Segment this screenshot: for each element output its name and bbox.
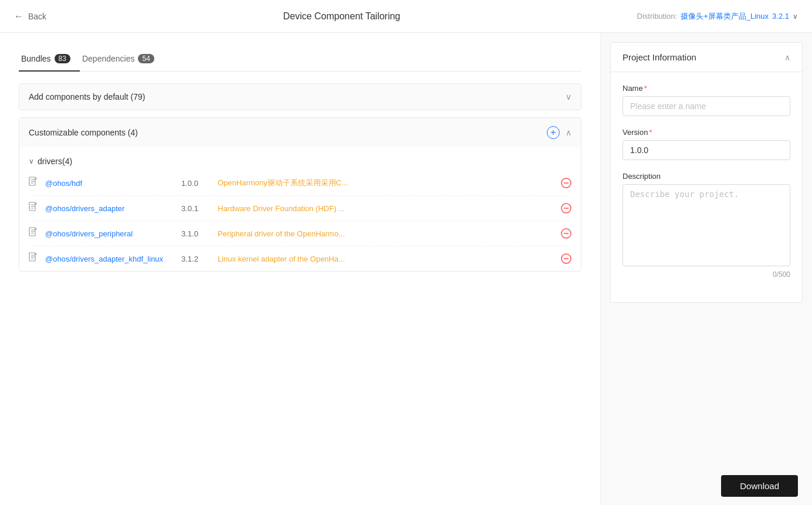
bundle-desc-3: Linux kernel adapter of the OpenHa...: [218, 255, 554, 263]
back-label: Back: [28, 12, 46, 21]
add-components-chevron-icon: ∨: [566, 92, 571, 101]
version-input[interactable]: [622, 140, 790, 160]
back-arrow-icon: ←: [14, 11, 23, 22]
bundle-name-1[interactable]: @ohos/drivers_adapter: [45, 204, 174, 213]
add-components-section: Add components by default (79) ∨: [19, 83, 581, 110]
tab-dependencies-label: Dependencies: [82, 54, 135, 63]
customizable-chevron-icon[interactable]: ∧: [566, 128, 571, 137]
remove-bundle-3-button[interactable]: [561, 253, 571, 264]
table-row: @ohos/drivers_adapter_khdf_linux 3.1.2 L…: [29, 246, 571, 271]
project-info-panel: Project Information ∧ Name * Version *: [610, 42, 803, 303]
page-title: Device Component Tailoring: [283, 11, 400, 22]
collapse-icon[interactable]: ∧: [784, 53, 790, 62]
driver-group-label: drivers(4): [38, 157, 72, 166]
remove-bundle-0-button[interactable]: [561, 178, 571, 188]
description-textarea[interactable]: [622, 184, 790, 266]
table-row: @ohos/hdf 1.0.0 OpenHarmony驱动子系统采用采用C...: [29, 171, 571, 196]
driver-group: ∨ drivers(4) @ohos/hdf 1.0.0 OpenHarmony…: [19, 147, 581, 271]
distribution-selector[interactable]: Distribution: 摄像头+屏幕类产品_Linux 3.2.1 ∨: [637, 11, 798, 22]
table-row: @ohos/drivers_peripheral 3.1.0 Periphera…: [29, 221, 571, 246]
driver-group-header[interactable]: ∨ drivers(4): [29, 152, 571, 171]
bundle-desc-1: Hardware Driver Foundation (HDF) ...: [218, 204, 554, 213]
customizable-actions: + ∧: [547, 126, 571, 139]
name-input[interactable]: [622, 96, 790, 116]
chevron-down-icon: ∨: [793, 12, 798, 21]
remove-icon-0: [561, 178, 571, 188]
name-field: Name *: [622, 84, 790, 116]
description-field: Description 0/500: [622, 172, 790, 279]
tab-bundles-badge: 83: [55, 54, 70, 63]
project-info-body: Name * Version * Description: [611, 72, 802, 302]
remove-bundle-1-button[interactable]: [561, 203, 571, 213]
project-info-title: Project Information: [622, 52, 696, 62]
project-info-header: Project Information ∧: [611, 43, 802, 72]
add-components-header[interactable]: Add components by default (79) ∨: [19, 84, 581, 110]
driver-group-chevron-icon: ∨: [29, 157, 34, 165]
bundle-version-1: 3.0.1: [181, 204, 211, 213]
tab-dependencies[interactable]: Dependencies 54: [80, 47, 164, 72]
file-icon: [29, 227, 38, 240]
file-icon: [29, 177, 38, 189]
tabs-bar: Bundles 83 Dependencies 54: [19, 47, 581, 72]
version-field: Version *: [622, 128, 790, 160]
customizable-header: Customizable components (4) + ∧: [19, 118, 581, 147]
bundle-desc-0: OpenHarmony驱动子系统采用采用C...: [218, 178, 554, 188]
header: ← Back Device Component Tailoring Distri…: [0, 0, 812, 33]
add-component-button[interactable]: +: [547, 126, 560, 139]
remove-icon-2: [561, 228, 571, 239]
bundle-name-0[interactable]: @ohos/hdf: [45, 179, 174, 188]
bundle-version-2: 3.1.0: [181, 229, 211, 238]
description-label: Description: [622, 172, 790, 181]
distribution-version: 3.2.1: [772, 12, 789, 21]
customizable-label: Customizable components (4): [29, 128, 138, 137]
name-label: Name *: [622, 84, 790, 93]
tab-bundles[interactable]: Bundles 83: [19, 47, 80, 72]
remove-icon-3: [561, 253, 571, 264]
tab-dependencies-badge: 54: [138, 54, 154, 63]
remove-bundle-2-button[interactable]: [561, 228, 571, 239]
bundle-desc-2: Peripheral driver of the OpenHarmo...: [218, 229, 554, 238]
file-icon: [29, 202, 38, 215]
tab-bundles-label: Bundles: [21, 54, 51, 63]
distribution-label: Distribution:: [637, 12, 678, 21]
left-panel: Bundles 83 Dependencies 54 Add component…: [0, 33, 601, 505]
bundle-version-3: 3.1.2: [181, 255, 211, 263]
customizable-section: Customizable components (4) + ∧ ∨ driver…: [19, 117, 581, 272]
back-button[interactable]: ← Back: [14, 11, 46, 22]
bundle-version-0: 1.0.0: [181, 179, 211, 188]
file-icon: [29, 252, 38, 265]
add-components-label: Add components by default (79): [29, 92, 145, 101]
version-required-indicator: *: [649, 128, 652, 137]
bundle-name-3[interactable]: @ohos/drivers_adapter_khdf_linux: [45, 255, 174, 263]
name-required-indicator: *: [644, 84, 647, 93]
right-panel: Project Information ∧ Name * Version *: [601, 33, 812, 505]
version-label: Version *: [622, 128, 790, 137]
table-row: @ohos/drivers_adapter 3.0.1 Hardware Dri…: [29, 196, 571, 221]
distribution-name: 摄像头+屏幕类产品_Linux: [681, 11, 769, 22]
download-button[interactable]: Download: [721, 475, 798, 497]
bundle-name-2[interactable]: @ohos/drivers_peripheral: [45, 229, 174, 238]
main-layout: Bundles 83 Dependencies 54 Add component…: [0, 33, 812, 505]
char-count: 0/500: [622, 270, 790, 279]
remove-icon-1: [561, 203, 571, 213]
